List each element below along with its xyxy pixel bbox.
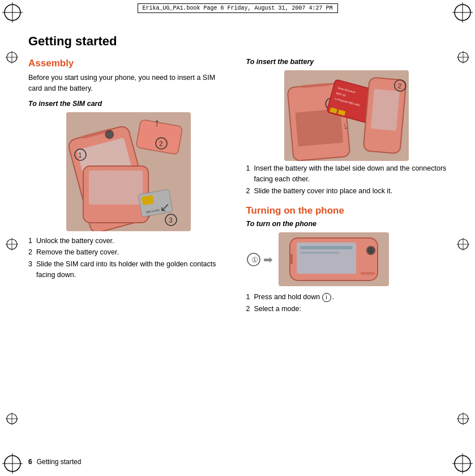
sim-card-illustration: ↑ 2 Sony Ericsson — [66, 112, 191, 231]
sim-card-image: ↑ 2 Sony Ericsson — [66, 112, 191, 231]
battery-step-1: 1 Insert the battery with the label side… — [246, 163, 447, 185]
turnon-step-2: 2 Select a mode: — [246, 304, 447, 314]
side-mark-left-mid — [6, 238, 18, 250]
turnon-phone-illustration — [279, 232, 389, 286]
power-button-ref: i — [322, 293, 331, 302]
svg-text:↑: ↑ — [154, 116, 160, 129]
assembly-heading: Assembly — [28, 58, 229, 69]
svg-rect-71 — [371, 89, 400, 131]
sim-step-3: 3 Slide the SIM card into its holder wit… — [28, 259, 229, 280]
svg-rect-86 — [290, 254, 293, 264]
two-column-layout: Assembly Before you start using your pho… — [28, 58, 447, 316]
turnon-step-1: 1 Press and hold down i. — [246, 292, 447, 303]
svg-text:↙: ↙ — [160, 200, 170, 214]
corner-mark-tl — [2, 2, 23, 23]
battery-step-2: 2 Slide the battery cover into place and… — [246, 186, 447, 197]
turnon-circle-indicator: ① ➡ — [246, 252, 273, 267]
svg-text:Sony Ericsson: Sony Ericsson — [100, 166, 122, 169]
battery-steps-list: 1 Insert the battery with the label side… — [246, 163, 447, 196]
page-title: Getting started — [28, 34, 447, 49]
sim-subheading: To insert the SIM card — [28, 100, 229, 108]
svg-text:1: 1 — [78, 151, 82, 159]
turnon-steps-list: 1 Press and hold down i. 2 Select a mode… — [246, 292, 447, 314]
svg-text:2: 2 — [159, 140, 163, 148]
battery-illustration: 1 Sony Ericsson BST-33 Li-Polymer 950 mA… — [284, 70, 409, 161]
sim-step-1: 1 Unlock the battery cover. — [28, 236, 229, 246]
side-mark-right-mid — [457, 238, 469, 250]
power-button-icon: ① — [246, 252, 261, 267]
turning-on-heading: Turning on the phone — [246, 205, 447, 216]
side-mark-right-top — [457, 51, 469, 63]
side-mark-left-bot — [6, 413, 18, 425]
file-info-bar: Erika_UG_PA1.book Page 6 Friday, August … — [137, 3, 337, 13]
svg-rect-81 — [300, 246, 353, 249]
svg-rect-44 — [89, 171, 143, 205]
svg-rect-85 — [361, 272, 375, 275]
sim-steps-list: 1 Unlock the battery cover. 2 Remove the… — [28, 236, 229, 280]
side-mark-right-bot — [457, 413, 469, 425]
svg-rect-82 — [300, 252, 340, 254]
svg-text:3: 3 — [169, 216, 173, 224]
corner-mark-br — [452, 453, 473, 474]
sim-step-2: 2 Remove the battery cover. — [28, 247, 229, 258]
battery-subheading: To insert the battery — [246, 58, 447, 66]
turnon-phone-image — [279, 232, 389, 286]
turnon-subheading: To turn on the phone — [246, 220, 447, 228]
page-footer: 6 Getting started — [28, 458, 447, 466]
turn-on-arrow-icon: ➡ — [263, 253, 273, 266]
page-number: 6 — [28, 458, 32, 466]
right-column: To insert the battery 1 — [246, 58, 447, 316]
assembly-intro: Before you start using your phone, you n… — [28, 73, 229, 94]
corner-mark-bl — [2, 453, 23, 474]
turnon-image-row: ① ➡ — [246, 232, 447, 286]
battery-image: 1 Sony Ericsson BST-33 Li-Polymer 950 mA… — [284, 70, 409, 161]
left-column: Assembly Before you start using your pho… — [28, 58, 229, 316]
svg-point-84 — [368, 248, 374, 253]
side-mark-left-top — [6, 51, 18, 63]
corner-mark-tr — [452, 2, 473, 23]
file-info-text: Erika_UG_PA1.book Page 6 Friday, August … — [142, 5, 332, 11]
footer-label: Getting started — [37, 458, 82, 466]
svg-text:①: ① — [251, 256, 258, 264]
page-content: Getting started Assembly Before you star… — [28, 23, 447, 453]
